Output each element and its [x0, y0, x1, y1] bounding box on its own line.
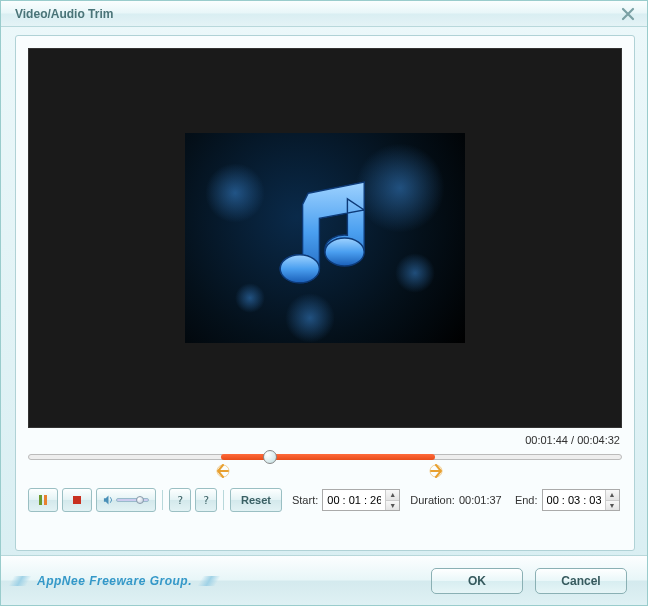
trim-slider[interactable] [28, 450, 622, 480]
end-spin-up[interactable]: ▲ [606, 490, 619, 501]
content-frame: 00:01:44 / 00:04:32 [15, 35, 635, 551]
volume-track[interactable] [116, 498, 149, 502]
duration-label: Duration: [410, 494, 455, 506]
ok-button[interactable]: OK [431, 568, 523, 594]
stop-button[interactable] [62, 488, 92, 512]
play-pause-button[interactable] [28, 488, 58, 512]
total-time: 00:04:32 [577, 434, 620, 446]
preview-area [28, 48, 622, 428]
reset-button[interactable]: Reset [230, 488, 282, 512]
set-start-button[interactable]: ? [169, 488, 191, 512]
svg-point-0 [280, 255, 319, 283]
close-icon [621, 7, 635, 21]
playhead-thumb[interactable] [263, 450, 277, 464]
volume-control[interactable] [96, 488, 156, 512]
set-end-button[interactable]: ? [195, 488, 217, 512]
album-art-placeholder [185, 133, 465, 343]
svg-rect-6 [73, 496, 81, 504]
start-spin-up[interactable]: ▲ [386, 490, 399, 501]
controls-row: ? ? Reset Start: ▲ ▼ Duration: 00:01:37 … [28, 488, 622, 512]
end-time-input[interactable] [543, 490, 605, 510]
bracket-out-icon [429, 464, 443, 478]
speaker-icon [103, 494, 114, 506]
svg-rect-5 [44, 495, 47, 505]
start-label: Start: [292, 494, 318, 506]
dialog-window: Video/Audio Trim [0, 0, 648, 606]
start-time-input[interactable] [323, 490, 385, 510]
start-spin-down[interactable]: ▼ [386, 501, 399, 511]
end-label: End: [515, 494, 538, 506]
window-title: Video/Audio Trim [15, 7, 113, 21]
svg-rect-4 [39, 495, 42, 505]
music-note-icon [255, 168, 395, 308]
current-time: 00:01:44 [525, 434, 568, 446]
trim-end-handle[interactable] [428, 463, 444, 479]
footer: AppNee Freeware Group. OK Cancel [1, 555, 647, 605]
stop-icon [71, 494, 83, 506]
bracket-in-icon [216, 464, 230, 478]
watermark-text: AppNee Freeware Group. [21, 571, 208, 591]
selection-range [221, 454, 435, 460]
titlebar: Video/Audio Trim [1, 1, 647, 27]
start-time-field[interactable]: ▲ ▼ [322, 489, 400, 511]
trim-start-handle[interactable] [215, 463, 231, 479]
cancel-button[interactable]: Cancel [535, 568, 627, 594]
end-time-field[interactable]: ▲ ▼ [542, 489, 620, 511]
svg-point-1 [325, 238, 364, 266]
pause-icon [37, 494, 49, 506]
volume-thumb[interactable] [136, 496, 144, 504]
end-spin-down[interactable]: ▼ [606, 501, 619, 511]
close-button[interactable] [617, 5, 639, 23]
duration-value: 00:01:37 [459, 494, 511, 506]
time-display: 00:01:44 / 00:04:32 [28, 434, 620, 446]
